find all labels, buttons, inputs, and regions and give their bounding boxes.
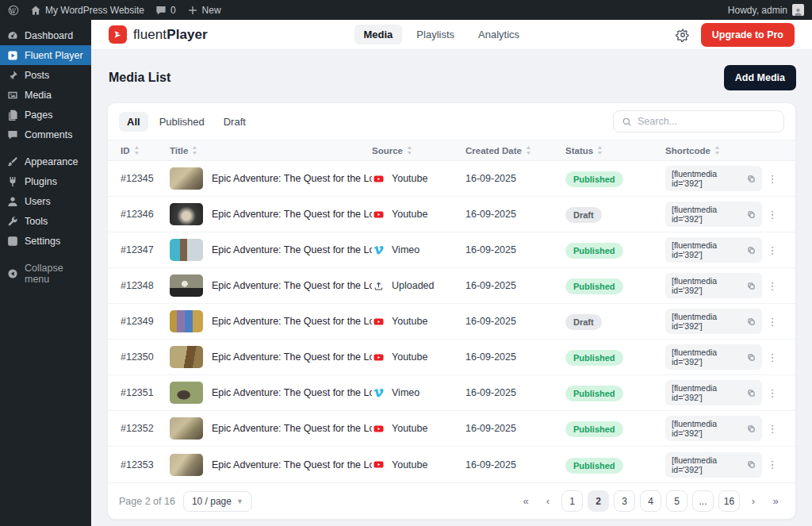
- sidebar-item-tools[interactable]: Tools: [0, 211, 91, 231]
- tab-analytics[interactable]: Analytics: [469, 25, 529, 44]
- page-ellipsis-button[interactable]: ...: [692, 490, 714, 512]
- column-status[interactable]: Status: [565, 146, 665, 155]
- media-thumbnail[interactable]: [170, 417, 203, 440]
- wordpress-logo-icon[interactable]: [8, 5, 19, 16]
- fluentplayer-logo[interactable]: fluentPlayer: [109, 25, 208, 44]
- sidebar-item-posts[interactable]: Posts: [0, 65, 91, 85]
- copy-icon[interactable]: [747, 389, 756, 397]
- media-thumbnail[interactable]: [170, 310, 203, 332]
- account-menu[interactable]: Howdy, admin: [728, 4, 804, 16]
- media-title[interactable]: Epic Adventure: The Quest for the Los...: [212, 209, 372, 220]
- media-thumbnail[interactable]: [170, 382, 203, 404]
- page-button-5[interactable]: 5: [666, 490, 688, 512]
- sidebar-item-pages[interactable]: Pages: [0, 105, 91, 125]
- search-input[interactable]: [638, 116, 776, 127]
- media-title[interactable]: Epic Adventure: The Quest for the Los...: [212, 244, 372, 255]
- sidebar-item-settings[interactable]: Settings: [0, 231, 91, 251]
- upgrade-to-pro-button[interactable]: Upgrade to Pro: [701, 23, 795, 47]
- logo-text: fluentPlayer: [133, 27, 208, 43]
- tools-icon: [7, 216, 18, 227]
- filter-draft[interactable]: Draft: [216, 112, 254, 132]
- media-thumbnail[interactable]: [170, 275, 203, 297]
- column-source[interactable]: Source: [372, 146, 465, 155]
- table-row: #12351 Epic Adventure: The Quest for the…: [108, 375, 795, 411]
- row-menu-button[interactable]: ⋮: [762, 281, 783, 291]
- media-title[interactable]: Epic Adventure: The Quest for the Los...: [212, 173, 372, 184]
- home-icon: [30, 5, 41, 16]
- media-thumbnail[interactable]: [170, 203, 203, 225]
- sidebar-item-comments[interactable]: Comments: [0, 125, 91, 144]
- column-id[interactable]: ID: [121, 146, 170, 155]
- copy-icon[interactable]: [747, 282, 756, 290]
- sidebar-item-fluent-player[interactable]: Fluent Player: [0, 45, 91, 65]
- page-button-1[interactable]: 1: [561, 490, 583, 512]
- media-thumbnail[interactable]: [170, 167, 203, 190]
- page-summary: Page 2 of 16: [119, 496, 175, 507]
- youtube-icon: [372, 459, 385, 470]
- new-menu[interactable]: New: [187, 5, 221, 16]
- page-button-3[interactable]: 3: [614, 490, 635, 512]
- media-thumbnail[interactable]: [170, 346, 203, 368]
- filter-published[interactable]: Published: [151, 112, 213, 132]
- next-page-button[interactable]: ›: [745, 491, 762, 512]
- copy-icon[interactable]: [747, 175, 756, 183]
- first-page-button[interactable]: «: [517, 491, 534, 512]
- copy-icon[interactable]: [747, 424, 756, 433]
- per-page-select[interactable]: 10 / page ▼: [183, 491, 252, 512]
- copy-icon[interactable]: [747, 210, 756, 219]
- media-id: #12348: [121, 280, 170, 291]
- media-thumbnail[interactable]: [170, 239, 203, 261]
- tab-media[interactable]: Media: [354, 25, 403, 44]
- media-title[interactable]: Epic Adventure: The Quest for the Los...: [212, 423, 372, 434]
- page-button-2[interactable]: 2: [588, 490, 609, 512]
- media-title[interactable]: Epic Adventure: The Quest for the Los...: [212, 351, 372, 363]
- filter-all[interactable]: All: [119, 112, 148, 132]
- media-title[interactable]: Epic Adventure: The Quest for the Los...: [212, 280, 372, 291]
- row-menu-button[interactable]: ⋮: [762, 459, 783, 470]
- copy-icon[interactable]: [747, 317, 756, 326]
- row-menu-button[interactable]: ⋮: [762, 209, 783, 220]
- media-thumbnail[interactable]: [170, 454, 203, 476]
- sidebar-item-plugins[interactable]: Plugins: [0, 171, 91, 191]
- tab-playlists[interactable]: Playlists: [407, 25, 464, 44]
- shortcode-pill: [fluentmedia id='392']: [665, 452, 762, 478]
- media-id: #12350: [121, 351, 170, 363]
- youtube-icon: [372, 317, 385, 327]
- pin-icon: [7, 70, 18, 81]
- last-page-button[interactable]: »: [767, 491, 784, 512]
- media-title[interactable]: Epic Adventure: The Quest for the Los...: [212, 387, 372, 398]
- created-date: 16-09-2025: [465, 387, 565, 398]
- source-label: Youtube: [392, 459, 427, 470]
- site-menu[interactable]: My WordPress Website: [30, 5, 144, 16]
- row-menu-button[interactable]: ⋮: [762, 317, 783, 327]
- media-title[interactable]: Epic Adventure: The Quest for the Los...: [212, 459, 372, 470]
- column-created-date[interactable]: Created Date: [465, 146, 565, 155]
- shortcode-pill: [fluentmedia id='392']: [665, 309, 762, 334]
- row-menu-button[interactable]: ⋮: [762, 388, 783, 398]
- row-menu-button[interactable]: ⋮: [762, 424, 783, 434]
- shortcode-text: [fluentmedia id='392']: [672, 276, 743, 295]
- column-shortcode[interactable]: Shortcode: [665, 146, 762, 155]
- settings-gear-icon[interactable]: [676, 28, 690, 42]
- comments-menu[interactable]: 0: [155, 5, 176, 16]
- add-media-button[interactable]: Add Media: [724, 65, 796, 90]
- prev-page-button[interactable]: ‹: [539, 491, 557, 512]
- row-menu-button[interactable]: ⋮: [762, 245, 783, 255]
- play-icon: [7, 50, 18, 61]
- sidebar-item-users[interactable]: Users: [0, 191, 91, 211]
- row-menu-button[interactable]: ⋮: [762, 174, 783, 184]
- sidebar-item-media[interactable]: Media: [0, 85, 91, 105]
- copy-icon[interactable]: [747, 246, 756, 255]
- media-title[interactable]: Epic Adventure: The Quest for the Los...: [212, 316, 372, 327]
- shortcode-pill: [fluentmedia id='392']: [665, 166, 762, 191]
- page-button-4[interactable]: 4: [640, 490, 661, 512]
- copy-icon[interactable]: [747, 353, 756, 362]
- row-menu-button[interactable]: ⋮: [762, 352, 783, 363]
- sidebar-item-dashboard[interactable]: Dashboard: [0, 25, 91, 45]
- column-title[interactable]: Title: [170, 146, 372, 155]
- sidebar-item-collapse-menu[interactable]: Collapse menu: [0, 263, 91, 283]
- shortcode-pill: [fluentmedia id='392']: [665, 416, 762, 441]
- page-button-16[interactable]: 16: [718, 490, 740, 512]
- sidebar-item-appearance[interactable]: Appearance: [0, 152, 91, 171]
- copy-icon[interactable]: [747, 460, 756, 469]
